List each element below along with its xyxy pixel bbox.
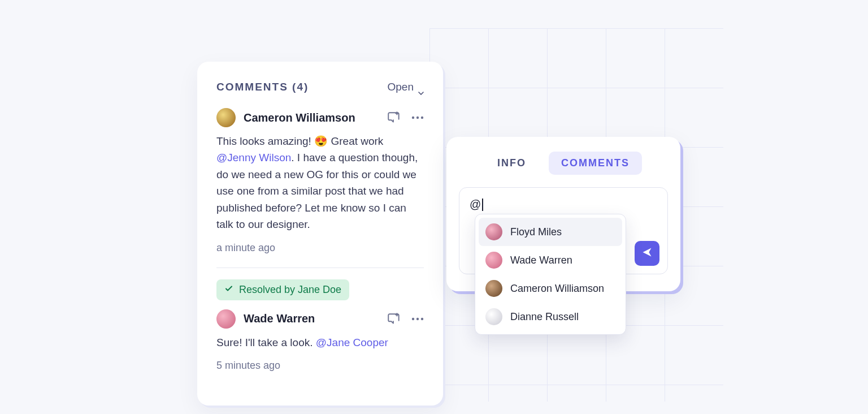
comment-author: Wade Warren — [244, 312, 379, 325]
more-icon[interactable] — [411, 116, 424, 119]
mention-dropdown: Floyd Miles Wade Warren Cameron Williams… — [475, 214, 626, 335]
avatar — [485, 223, 502, 240]
mention[interactable]: @Jenny Wilson — [216, 152, 291, 163]
check-icon — [224, 284, 233, 296]
comment-time: 5 minutes ago — [216, 360, 424, 372]
compose-value: @ — [470, 198, 481, 211]
filter-label: Open — [388, 81, 414, 93]
comment-author: Cameron Williamson — [244, 111, 379, 124]
avatar — [216, 309, 236, 329]
comment-header-row: Wade Warren — [216, 309, 424, 329]
mention-option[interactable]: Wade Warren — [479, 246, 622, 274]
mention-option-label: Dianne Russell — [510, 311, 579, 323]
resolved-badge: Resolved by Jane Doe — [216, 279, 349, 300]
avatar — [485, 252, 502, 269]
mention-option[interactable]: Floyd Miles — [479, 218, 622, 246]
tabs: INFO COMMENTS — [459, 152, 668, 175]
reply-icon[interactable] — [387, 312, 401, 326]
chevron-down-icon — [418, 85, 424, 89]
comment-body: This looks amazing! 😍 Great work @Jenny … — [216, 133, 424, 233]
svg-point-4 — [416, 317, 419, 320]
comment-header-row: Cameron Williamson — [216, 108, 424, 127]
send-icon — [641, 247, 653, 260]
mention-option[interactable]: Cameron Williamson — [479, 274, 622, 303]
mention-option[interactable]: Dianne Russell — [479, 303, 622, 331]
filter-dropdown[interactable]: Open — [388, 81, 424, 93]
divider — [216, 268, 424, 268]
comments-title: COMMENTS (4) — [216, 81, 309, 93]
avatar — [485, 280, 502, 297]
svg-point-3 — [412, 317, 414, 320]
resolved-label: Resolved by Jane Doe — [239, 284, 341, 296]
svg-point-5 — [421, 317, 423, 320]
mention-option-label: Cameron Williamson — [510, 283, 604, 295]
comment-item: Cameron Williamson This looks amazing! 😍… — [216, 108, 424, 254]
mention[interactable]: @Jane Cooper — [316, 337, 388, 348]
more-icon[interactable] — [411, 317, 424, 321]
comments-header: COMMENTS (4) Open — [216, 81, 424, 93]
text-cursor — [482, 199, 483, 211]
tab-comments[interactable]: COMMENTS — [549, 152, 642, 175]
comment-item: Resolved by Jane Doe Wade Warren Sure! I… — [216, 279, 424, 372]
avatar — [216, 108, 236, 127]
mention-option-label: Wade Warren — [510, 255, 572, 266]
reply-icon[interactable] — [387, 110, 401, 125]
comment-text: This looks amazing! 😍 Great work — [216, 135, 383, 147]
svg-point-0 — [412, 117, 414, 119]
mention-option-label: Floyd Miles — [510, 226, 562, 238]
compose-input[interactable]: @ — [470, 198, 657, 211]
send-button[interactable] — [635, 241, 659, 266]
comment-body: Sure! I'll take a look. @Jane Cooper — [216, 334, 424, 351]
svg-point-1 — [416, 117, 419, 119]
comment-text: Sure! I'll take a look. — [216, 337, 316, 348]
tab-info[interactable]: INFO — [485, 152, 539, 175]
svg-point-2 — [421, 117, 423, 119]
comment-time: a minute ago — [216, 242, 424, 254]
comments-panel: COMMENTS (4) Open Cameron Williamson — [197, 62, 443, 406]
avatar — [485, 308, 502, 325]
